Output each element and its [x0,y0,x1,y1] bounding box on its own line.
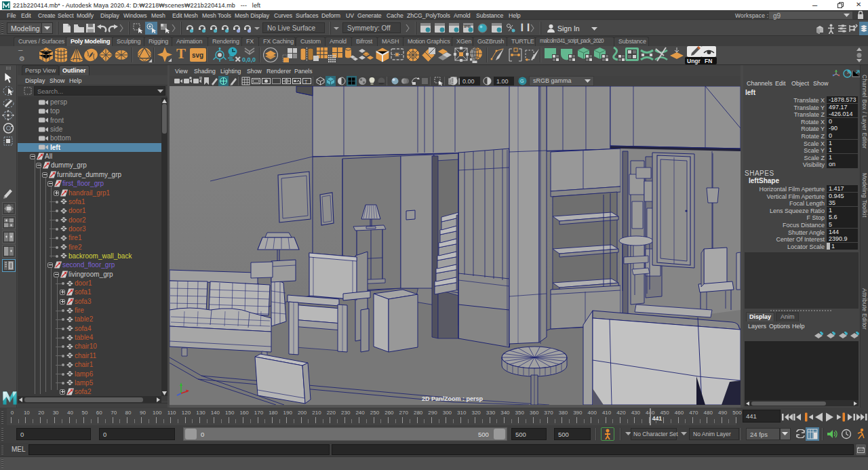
svg-text:2D Pan/Zoom : persp: 2D Pan/Zoom : persp [422,395,484,402]
svg-text:G: G [520,79,524,83]
svg-text:T: T [304,79,308,84]
